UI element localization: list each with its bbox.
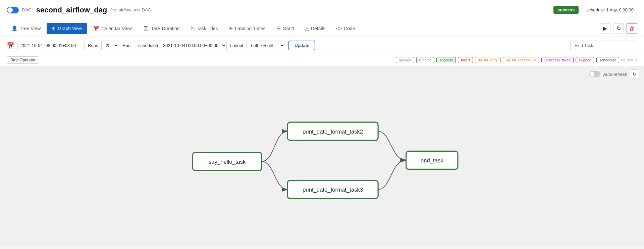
auto-refresh-toggle[interactable]	[589, 71, 600, 77]
calendar-icon: 📅	[93, 26, 99, 32]
legend-success: success	[436, 57, 456, 63]
svg-text:end_task: end_task	[421, 157, 443, 164]
update-button[interactable]: Update	[288, 41, 315, 50]
dag-toggle[interactable]	[7, 7, 19, 13]
legend-scheduled: scheduled	[596, 57, 619, 63]
run-select[interactable]: scheduled__2021-10-04T00:00:00+00:00	[134, 41, 227, 50]
node-print-date-task3[interactable]: print_date_format_task3	[287, 181, 378, 199]
auto-refresh-label: Auto-refresh	[603, 72, 627, 77]
code-icon: <>	[336, 26, 342, 31]
legend-reschedule: up_for_reschedule	[503, 57, 539, 63]
details-icon: △	[305, 26, 309, 32]
gantt-icon: ☰	[276, 26, 281, 32]
dag-name: second_airflow_dag	[36, 6, 107, 14]
tab-task-tries-label: Task Tries	[197, 26, 218, 31]
tab-landing-times-label: Landing Times	[235, 26, 266, 31]
legend-running: running	[416, 57, 435, 63]
tab-calendar-view-label: Calendar View	[101, 26, 132, 31]
dag-prefix-label: DAG:	[22, 7, 33, 12]
legend-retry: up_for_retry	[475, 57, 501, 63]
tree-icon: 👤	[11, 26, 18, 32]
dag-title: DAG: second_airflow_dag first airflow ta…	[7, 6, 151, 14]
node-print-date-task2[interactable]: print_date_format_task2	[287, 122, 378, 140]
schedule-text: schedule: 1 day, 0:00:00	[583, 6, 637, 14]
nav-actions: ▶ ↻ 🗑	[600, 23, 637, 34]
tab-details-label: Details	[311, 26, 325, 31]
graph-icon: ⊞	[51, 26, 56, 32]
layout-select[interactable]: Left > Right Top > Bottom	[247, 41, 285, 50]
refresh-button[interactable]: ↻	[613, 23, 624, 34]
tab-landing-times[interactable]: ✈ Landing Times	[224, 23, 270, 34]
svg-text:print_date_format_task2: print_date_format_task2	[303, 129, 363, 135]
runs-select[interactable]: 25	[101, 41, 119, 50]
legend-items: queued running success failed up_for_ret…	[396, 57, 637, 63]
tab-graph-view[interactable]: ⊞ Graph View	[47, 23, 87, 34]
legend-queued: queued	[396, 57, 414, 63]
edge-hello-to-task2	[262, 131, 287, 161]
tab-tree-view[interactable]: 👤 Tree View	[7, 23, 45, 34]
landing-icon: ✈	[229, 26, 233, 32]
date-input[interactable]	[17, 41, 85, 50]
top-bar: DAG: second_airflow_dag first airflow ta…	[0, 0, 644, 20]
graph-area: Auto-refresh ↻ say_hello_task print_date…	[0, 66, 644, 247]
duration-icon: ⏳	[143, 26, 149, 32]
tab-graph-view-label: Graph View	[58, 26, 82, 31]
dag-svg: say_hello_task print_date_format_task2 p…	[0, 66, 644, 247]
run-label: Run	[122, 43, 130, 48]
svg-text:say_hello_task: say_hello_task	[209, 159, 246, 165]
tab-code-label: Code	[344, 26, 355, 31]
legend-failed: failed	[458, 57, 473, 63]
find-task-input[interactable]	[570, 41, 637, 50]
tries-icon: ⊡	[191, 26, 195, 32]
play-button[interactable]: ▶	[600, 23, 610, 34]
tab-code[interactable]: <> Code	[331, 23, 360, 34]
legend-skipped: skipped	[576, 57, 594, 63]
tab-details[interactable]: △ Details	[300, 23, 330, 34]
legend-bar: BashOperator queued running success fail…	[0, 54, 644, 66]
layout-label: Layout	[230, 43, 243, 48]
graph-refresh-button[interactable]: ↻	[630, 69, 639, 79]
node-end-task[interactable]: end_task	[406, 151, 458, 169]
edge-task3-to-end	[378, 160, 406, 189]
top-right: success schedule: 1 day, 0:00:00	[553, 6, 637, 14]
graph-controls: Auto-refresh ↻	[589, 69, 639, 79]
controls-bar: 📅 Runs 25 Run scheduled__2021-10-04T00:0…	[0, 37, 644, 54]
tab-task-duration[interactable]: ⏳ Task Duration	[138, 23, 184, 34]
legend-upstream-failed: upstream_failed	[541, 57, 574, 63]
tab-gantt-label: Gantt	[283, 26, 294, 31]
tab-task-tries[interactable]: ⊡ Task Tries	[186, 23, 223, 34]
tab-calendar-view[interactable]: 📅 Calendar View	[88, 23, 137, 34]
dag-description: first airflow task DAG	[110, 7, 151, 12]
runs-label: Runs	[88, 43, 98, 48]
calendar-ctrl-icon: 📅	[7, 42, 14, 49]
tab-gantt[interactable]: ☰ Gantt	[272, 23, 299, 34]
node-say-hello-task[interactable]: say_hello_task	[193, 152, 262, 170]
legend-no-status: no_status	[621, 58, 637, 62]
nav-tabs: 👤 Tree View ⊞ Graph View 📅 Calendar View…	[0, 20, 644, 37]
delete-button[interactable]: 🗑	[627, 23, 637, 34]
svg-text:print_date_format_task3: print_date_format_task3	[303, 187, 363, 193]
tab-task-duration-label: Task Duration	[151, 26, 180, 31]
operator-badge: BashOperator	[7, 56, 39, 64]
edge-task2-to-end	[378, 131, 406, 160]
tab-tree-view-label: Tree View	[20, 26, 41, 31]
status-badge: success	[553, 6, 579, 14]
edge-hello-to-task3	[262, 161, 287, 190]
